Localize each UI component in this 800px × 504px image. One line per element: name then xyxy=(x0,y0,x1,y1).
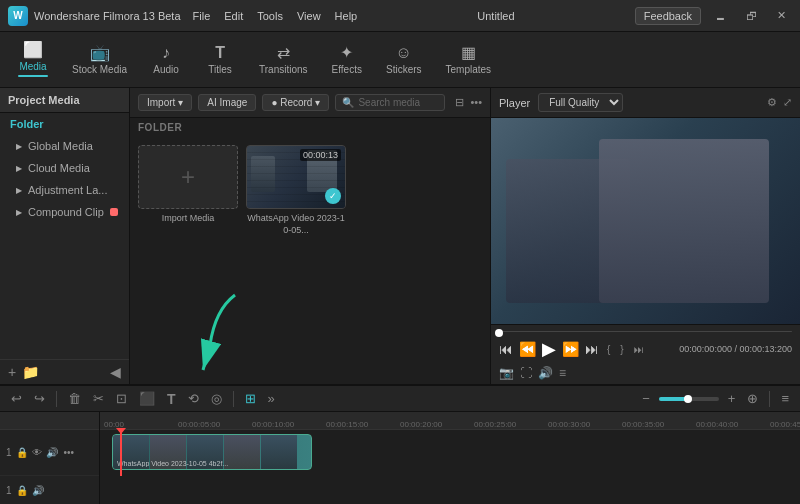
sidebar-collapse-icon[interactable]: ◀ xyxy=(110,364,121,380)
whatsapp-video-item[interactable]: 00:00:13 ✓ WhatsApp Video 2023-10-05... xyxy=(246,145,346,236)
chevron-icon: ▶ xyxy=(16,142,22,151)
crop-button[interactable]: ⊡ xyxy=(113,389,130,408)
cut-button[interactable]: ✂ xyxy=(90,389,107,408)
zoom-out-button[interactable]: − xyxy=(639,389,653,408)
chevron-icon: ▶ xyxy=(16,164,22,173)
sidebar-item-folder[interactable]: Folder xyxy=(0,113,129,135)
text-button[interactable]: T xyxy=(164,389,179,409)
minimize-button[interactable]: 🗕 xyxy=(709,8,732,24)
snap-button[interactable]: ⊞ xyxy=(242,389,259,408)
undo-button[interactable]: ↩ xyxy=(8,389,25,408)
compound-clip-dot xyxy=(110,208,118,216)
video-track-label: 1 🔒 👁 🔊 ••• xyxy=(0,430,99,476)
volume-icon[interactable]: 🔊 xyxy=(538,366,553,380)
player-expand-icon[interactable]: ⤢ xyxy=(783,96,792,109)
menu-help[interactable]: Help xyxy=(335,10,358,22)
tab-templates[interactable]: ▦ Templates xyxy=(436,41,502,79)
skip-back-button[interactable]: ⏮ xyxy=(499,341,513,357)
player-settings-icon[interactable]: ⚙ xyxy=(767,96,777,109)
record-button[interactable]: ● Record ▾ xyxy=(262,94,329,111)
more-player-button[interactable]: ≡ xyxy=(559,366,566,380)
menu-file[interactable]: File xyxy=(193,10,211,22)
menu-view[interactable]: View xyxy=(297,10,321,22)
timeline-area: ↩ ↪ 🗑 ✂ ⊡ ⬛ T ⟲ ◎ ⊞ » − + ⊕ ≡ 1 🔒 xyxy=(0,384,800,504)
whatsapp-video-label: WhatsApp Video 2023-10-05... xyxy=(246,213,346,236)
templates-tab-icon: ▦ xyxy=(461,45,476,61)
zoom-handle[interactable] xyxy=(684,395,692,403)
quality-select[interactable]: Full Quality 1/2 1/4 xyxy=(538,93,623,112)
sidebar-add-icon[interactable]: + xyxy=(8,364,16,380)
title-bar: W Wondershare Filmora 13 Beta File Edit … xyxy=(0,0,800,32)
record-tl-button[interactable]: ◎ xyxy=(208,389,225,408)
feedback-button[interactable]: Feedback xyxy=(635,7,701,25)
import-media-label: Import Media xyxy=(162,213,215,225)
whatsapp-video-thumb: 00:00:13 ✓ xyxy=(246,145,346,209)
progress-bar[interactable] xyxy=(499,331,792,332)
sidebar-item-compound-clip[interactable]: ▶ Compound Clip xyxy=(0,201,129,223)
tab-effects[interactable]: ✦ Effects xyxy=(322,41,372,79)
player-buttons: ⏮ ⏪ ▶ ⏩ ⏭ { } ⏭ 00:00:00:000 / 00:00:13:… xyxy=(499,338,792,360)
tab-stickers[interactable]: ☺ Stickers xyxy=(376,41,432,79)
settings-button[interactable]: ≡ xyxy=(778,389,792,408)
screenshot-button[interactable]: 📷 xyxy=(499,366,514,380)
tab-transitions[interactable]: ⇄ Transitions xyxy=(249,41,318,79)
more-icon[interactable]: ••• xyxy=(470,96,482,109)
progress-handle[interactable] xyxy=(495,329,503,337)
in-point-icon[interactable]: { xyxy=(607,344,610,355)
tab-audio[interactable]: ♪ Audio xyxy=(141,41,191,79)
frame-back-button[interactable]: ⏪ xyxy=(519,341,536,357)
timeline-more-button[interactable]: » xyxy=(265,389,278,408)
delete-button[interactable]: 🗑 xyxy=(65,389,84,408)
transform-button[interactable]: ⬛ xyxy=(136,389,158,408)
chevron-icon: ▶ xyxy=(16,186,22,195)
play-button[interactable]: ▶ xyxy=(542,338,556,360)
media-search-box[interactable]: 🔍 Search media xyxy=(335,94,445,111)
search-icon: 🔍 xyxy=(342,97,354,108)
sidebar-item-cloud-media[interactable]: ▶ Cloud Media xyxy=(0,157,129,179)
menu-edit[interactable]: Edit xyxy=(224,10,243,22)
ai-image-button[interactable]: AI Image xyxy=(198,94,256,111)
mark-in-icon[interactable]: ⏭ xyxy=(634,344,644,355)
player-controls: ⏮ ⏪ ▶ ⏩ ⏭ { } ⏭ 00:00:00:000 / 00:00:13:… xyxy=(491,324,800,384)
close-button[interactable]: ✕ xyxy=(771,7,792,24)
track-eye-icon[interactable]: 👁 xyxy=(32,447,42,458)
tab-stock-media[interactable]: 📺 Stock Media xyxy=(62,41,137,79)
maximize-button[interactable]: 🗗 xyxy=(740,8,763,24)
out-point-icon[interactable]: } xyxy=(620,344,623,355)
track-more-icon[interactable]: ••• xyxy=(64,447,75,458)
menu-tools[interactable]: Tools xyxy=(257,10,283,22)
vr-scene xyxy=(491,118,800,324)
timeline-toolbar: ↩ ↪ 🗑 ✂ ⊡ ⬛ T ⟲ ◎ ⊞ » − + ⊕ ≡ xyxy=(0,386,800,412)
player-label: Player xyxy=(499,97,530,109)
sidebar-item-global-media[interactable]: ▶ Global Media xyxy=(0,135,129,157)
track-lock-icon[interactable]: 🔒 xyxy=(16,447,28,458)
clip-label: WhatsApp Video 2023-10-05 4b2f... xyxy=(117,460,228,467)
add-track-button[interactable]: ⊕ xyxy=(744,389,761,408)
import-media-thumb: + xyxy=(138,145,238,209)
video-clip[interactable]: WhatsApp Video 2023-10-05 4b2f... xyxy=(112,434,312,470)
sidebar-item-adjustment[interactable]: ▶ Adjustment La... xyxy=(0,179,129,201)
audio-speaker-icon[interactable]: 🔊 xyxy=(32,485,44,496)
tl-separator xyxy=(56,391,57,407)
fullscreen-button[interactable]: ⛶ xyxy=(520,366,532,380)
playhead[interactable] xyxy=(120,430,122,476)
sidebar-folder-icon[interactable]: 📁 xyxy=(22,364,39,380)
rotate-button[interactable]: ⟲ xyxy=(185,389,202,408)
tab-titles[interactable]: T Titles xyxy=(195,41,245,79)
filter-icon[interactable]: ⊟ xyxy=(455,96,464,109)
zoom-in-button[interactable]: + xyxy=(725,389,739,408)
tab-media[interactable]: ⬜ Media xyxy=(8,38,58,81)
frame-forward-button[interactable]: ⏩ xyxy=(562,341,579,357)
import-media-item[interactable]: + Import Media xyxy=(138,145,238,236)
redo-button[interactable]: ↪ xyxy=(31,389,48,408)
sidebar-compound-label: Compound Clip xyxy=(28,206,104,218)
stock-tab-label: Stock Media xyxy=(72,64,127,75)
skip-forward-button[interactable]: ⏭ xyxy=(585,341,599,357)
audio-lock-icon[interactable]: 🔒 xyxy=(16,485,28,496)
import-button[interactable]: Import ▾ xyxy=(138,94,192,111)
app-name: Wondershare Filmora 13 Beta xyxy=(34,10,181,22)
plus-icon: + xyxy=(181,163,195,191)
zoom-slider[interactable] xyxy=(659,397,719,401)
track-speaker-icon[interactable]: 🔊 xyxy=(46,447,58,458)
titles-tab-icon: T xyxy=(215,45,225,61)
